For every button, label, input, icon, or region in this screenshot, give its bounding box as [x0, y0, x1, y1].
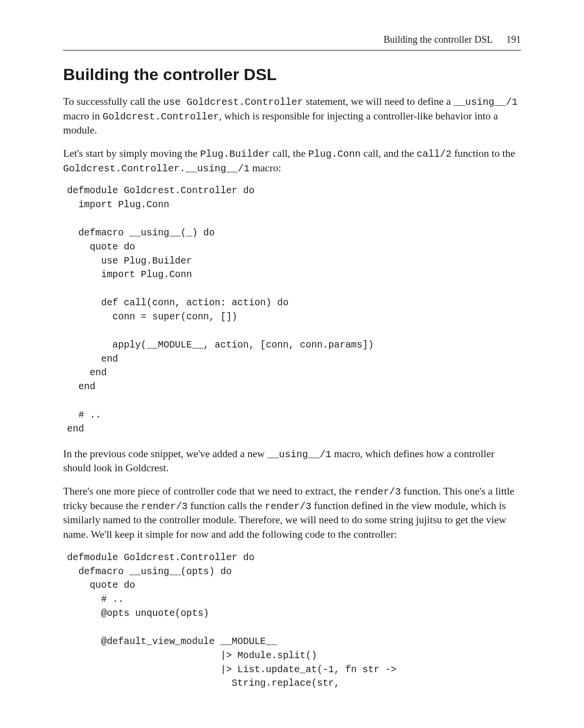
text: call, the — [270, 148, 308, 159]
text: function calls the — [188, 500, 265, 512]
paragraph-3: In the previous code snippet, we've adde… — [63, 447, 521, 476]
inline-code: __using__/1 — [453, 97, 517, 108]
text: Let's start by simply moving the — [63, 148, 200, 159]
paragraph-4: There's one more piece of controller cod… — [63, 484, 521, 542]
page: Building the controller DSL 191 Building… — [0, 0, 584, 728]
text: statement, we will need to define a — [303, 96, 453, 107]
inline-code: render/3 — [354, 486, 401, 497]
text: function to the — [451, 148, 515, 159]
paragraph-1: To successfully call the use Goldcrest.C… — [63, 95, 521, 138]
text: macro in — [63, 110, 102, 122]
inline-code: render/3 — [141, 501, 188, 512]
inline-code: Goldcrest.Controller.__using__/1 — [63, 163, 250, 174]
inline-code: __using__/1 — [267, 449, 332, 460]
text: macro: — [250, 162, 281, 174]
paragraph-2: Let's start by simply moving the Plug.Bu… — [63, 147, 521, 175]
inline-code: use Goldcrest.Controller — [163, 97, 303, 108]
text: To successfully call the — [63, 96, 163, 107]
running-header: Building the controller DSL 191 — [63, 34, 521, 50]
text: In the previous code snippet, we've adde… — [63, 448, 267, 460]
text: call, and the — [361, 148, 417, 159]
inline-code: call/2 — [417, 149, 451, 160]
running-header-title: Building the controller DSL — [384, 34, 493, 45]
page-number: 191 — [506, 34, 521, 45]
inline-code: Plug.Conn — [308, 149, 361, 160]
inline-code: Goldcrest.Controller — [102, 111, 219, 122]
inline-code: Plug.Builder — [200, 149, 270, 160]
text: There's one more piece of controller cod… — [63, 485, 354, 497]
code-block-1: defmodule Goldcrest.Controller do import… — [67, 184, 521, 436]
inline-code: render/3 — [265, 501, 311, 512]
section-title: Building the controller DSL — [63, 65, 521, 84]
code-block-2: defmodule Goldcrest.Controller do defmac… — [67, 551, 521, 691]
